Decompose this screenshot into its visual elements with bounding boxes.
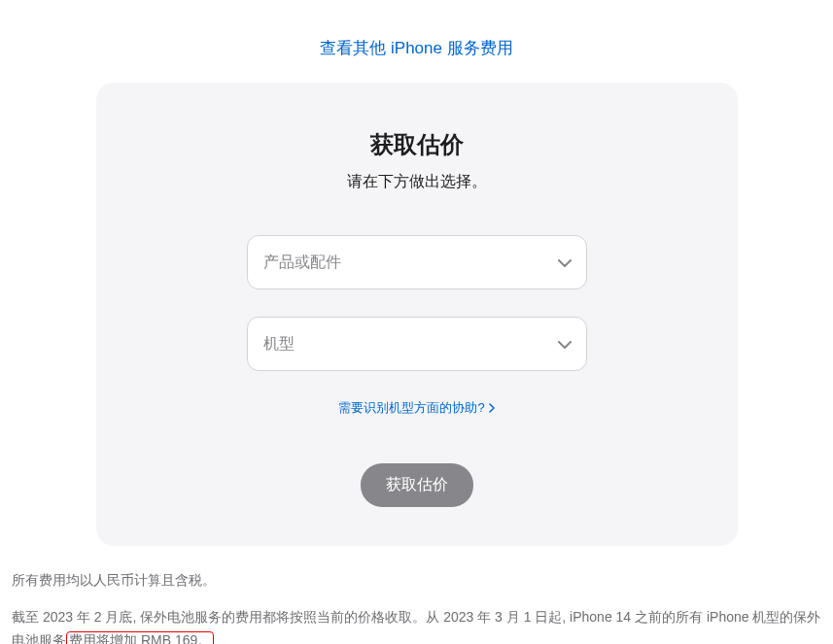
get-estimate-button[interactable]: 获取估价 xyxy=(361,463,473,507)
footer-line-2: 截至 2023 年 2 月底, 保外电池服务的费用都将按照当前的价格收取。从 2… xyxy=(12,606,821,644)
footer-note: 所有费用均以人民币计算且含税。 截至 2023 年 2 月底, 保外电池服务的费… xyxy=(0,546,833,644)
card-title: 获取估价 xyxy=(135,129,699,160)
price-increase-highlight: 费用将增加 RMB 169。 xyxy=(66,631,214,644)
model-select[interactable]: 机型 xyxy=(247,317,587,371)
other-iphone-fees-link[interactable]: 查看其他 iPhone 服务费用 xyxy=(320,39,512,57)
card-subtitle: 请在下方做出选择。 xyxy=(135,172,699,192)
chevron-right-icon xyxy=(489,401,495,416)
footer-line-1: 所有费用均以人民币计算且含税。 xyxy=(12,569,821,593)
identify-model-help-link[interactable]: 需要识别机型方面的协助? xyxy=(338,399,494,417)
help-link-label: 需要识别机型方面的协助? xyxy=(338,399,484,417)
product-select[interactable]: 产品或配件 xyxy=(247,235,587,289)
estimate-card: 获取估价 请在下方做出选择。 产品或配件 机型 需要识别机型方面的协助? 获取估… xyxy=(96,83,738,546)
